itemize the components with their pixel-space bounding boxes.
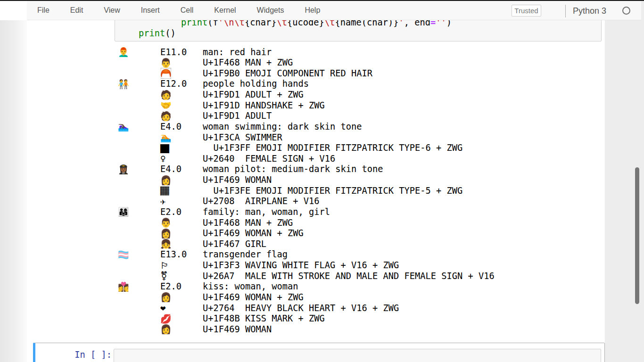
component-codepoint-label: U+2708 AIRPLANE + V16 [203, 196, 599, 207]
trusted-button[interactable]: Trusted [512, 5, 541, 16]
menu-item-kernel[interactable]: Kernel [204, 6, 246, 15]
emoji-component-row: 🦰U+1F9B0 EMOJI COMPONENT RED HAIR [118, 68, 599, 79]
menu-list: FileEditViewInsertCellKernelWidgetsHelp [27, 1, 641, 20]
menubar: FileEditViewInsertCellKernelWidgetsHelp … [27, 1, 641, 20]
menu-item-view[interactable]: View [93, 6, 130, 15]
component-codepoint-label: U+26A7 MALE WITH STROKE AND MALE AND FEM… [203, 271, 599, 282]
code-cell-input[interactable]: print(f'\n\t{char}\t{ucode}\t{name(char)… [115, 20, 602, 41]
emoji-name-label: kiss: woman, woman [203, 281, 599, 292]
component-codepoint-label: U+1F468 MAN + ZWG [203, 218, 599, 229]
component-emoji-icon: ❤ [160, 303, 165, 313]
emoji-sequence-row: 🏳️‍⚧️E13.0transgender flag [118, 249, 599, 260]
emoji-component-row: 🏿 U+1F3FF EMOJI MODIFIER FITZPATRICK TYP… [118, 143, 599, 154]
kernel-divider [565, 5, 566, 17]
component-codepoint-label: U+1F9B0 EMOJI COMPONENT RED HAIR [203, 68, 599, 79]
component-emoji-icon: 👩 [160, 324, 172, 334]
component-emoji-icon: 🏳 [160, 260, 169, 271]
vertical-scrollbar-thumb[interactable] [635, 167, 639, 304]
menu-item-widgets[interactable]: Widgets [247, 6, 295, 15]
menu-item-help[interactable]: Help [294, 6, 330, 15]
emoji-version-label: E12.0 [160, 79, 203, 90]
emoji-component-row: 💋U+1F48B KISS MARK + ZWG [118, 313, 599, 324]
emoji-version-label: E13.0 [160, 249, 203, 260]
component-codepoint-label: U+1F468 MAN + ZWG [203, 58, 599, 68]
empty-code-input[interactable] [114, 349, 601, 362]
emoji-component-row: 🏳U+1F3F3 WAVING WHITE FLAG + V16 + ZWG [118, 260, 599, 271]
component-codepoint-label: U+1F3CA SWIMMER [203, 132, 599, 143]
emoji-version-label: E11.0 [160, 47, 203, 58]
emoji-sequence-row: 🏊🏿‍♀️E4.0woman swimming: dark skin tone [118, 121, 599, 132]
component-emoji-icon: 🏊 [160, 132, 172, 142]
emoji-name-label: transgender flag [203, 249, 599, 260]
emoji-name-label: man: red hair [203, 47, 599, 58]
kernel-idle-icon [622, 7, 630, 15]
emoji-component-row: 👩U+1F469 WOMAN [118, 175, 599, 186]
emoji-sequence-row: 👨‍👩‍👧E2.0family: man, woman, girl [118, 206, 599, 217]
emoji-sequence-row: 👨‍🦰E11.0man: red hair [118, 47, 599, 58]
component-emoji-icon: ⚧ [160, 271, 168, 281]
emoji-component-row: 🧑U+1F9D1 ADULT + ZWG [118, 90, 599, 100]
component-emoji-icon: 🏾 [160, 185, 169, 196]
menu-item-cell[interactable]: Cell [170, 6, 204, 15]
emoji-component-row: 🤝U+1F91D HANDSHAKE + ZWG [118, 100, 599, 111]
component-codepoint-label: U+1F3FE EMOJI MODIFIER FITZPATRICK TYPE-… [203, 186, 599, 197]
emoji-component-row: 🏾 U+1F3FE EMOJI MODIFIER FITZPATRICK TYP… [118, 185, 599, 196]
component-emoji-icon: 🧑 [160, 111, 172, 121]
component-codepoint-label: U+1F91D HANDSHAKE + ZWG [203, 100, 599, 111]
emoji-component-row: 👩U+1F469 WOMAN + ZWG [118, 292, 599, 303]
code-cell-output: 👨‍🦰E11.0man: red hair👨U+1F468 MAN + ZWG🦰… [118, 47, 599, 335]
component-emoji-icon: 💋 [160, 313, 172, 324]
emoji-component-row: ❤U+2764 HEAVY BLACK HEART + V16 + ZWG [118, 303, 599, 313]
emoji-version-label: E2.0 [160, 207, 203, 218]
page-left-margin [0, 20, 27, 362]
menu-item-insert[interactable]: Insert [131, 6, 170, 15]
component-emoji-icon: ♀ [160, 153, 165, 164]
component-codepoint-label: U+1F3FF EMOJI MODIFIER FITZPATRICK TYPE-… [203, 143, 599, 154]
component-codepoint-label: U+1F9D1 ADULT [203, 111, 599, 122]
sequence-emoji-icon: 👨‍🦰 [118, 47, 129, 57]
emoji-component-row: 👨U+1F468 MAN + ZWG [118, 217, 599, 228]
emoji-component-row: ✈U+2708 AIRPLANE + V16 [118, 196, 599, 207]
component-emoji-icon: 🤝 [160, 100, 172, 110]
component-emoji-icon: 🏿 [160, 143, 169, 153]
component-emoji-icon: ✈ [160, 196, 165, 206]
menu-item-edit[interactable]: Edit [60, 6, 94, 15]
sequence-emoji-icon: 👩🏾‍✈️ [118, 164, 129, 174]
sequence-emoji-icon: 👨‍👩‍👧 [118, 206, 129, 217]
emoji-name-label: family: man, woman, girl [203, 207, 599, 218]
emoji-sequence-row: 👩🏾‍✈️E4.0woman pilot: medium-dark skin t… [118, 164, 599, 175]
component-codepoint-label: U+1F469 WOMAN + ZWG [203, 228, 599, 239]
component-codepoint-label: U+2640 FEMALE SIGN + V16 [203, 154, 599, 165]
notebook-container: print(f'\n\t{char}\t{ucode}\t{name(char)… [27, 20, 605, 362]
jupyter-notebook-window: FileEditViewInsertCellKernelWidgetsHelp … [0, 0, 644, 362]
sequence-emoji-icon: 🏊🏿‍♀️ [118, 121, 129, 132]
emoji-name-label: people holding hands [203, 79, 599, 90]
emoji-sequence-row: 🧑‍🤝‍🧑E12.0people holding hands [118, 79, 599, 90]
component-emoji-icon: 👧 [160, 239, 172, 249]
component-emoji-icon: 👩 [160, 228, 172, 239]
component-emoji-icon: 👩 [160, 175, 172, 185]
component-codepoint-label: U+1F467 GIRL [203, 239, 599, 250]
component-emoji-icon: 👩 [160, 292, 172, 302]
emoji-component-row: 🧑U+1F9D1 ADULT [118, 111, 599, 122]
emoji-component-row: ⚧U+26A7 MALE WITH STROKE AND MALE AND FE… [118, 271, 599, 281]
selected-empty-cell[interactable]: In [ ]: [33, 343, 605, 362]
input-prompt: In [ ]: [35, 350, 112, 360]
emoji-component-row: 👩U+1F469 WOMAN [118, 324, 599, 335]
emoji-component-row: 🏊U+1F3CA SWIMMER [118, 132, 599, 143]
emoji-sequence-row: 👩‍❤️‍💋‍👩E2.0kiss: woman, woman [118, 281, 599, 292]
emoji-component-row: ♀U+2640 FEMALE SIGN + V16 [118, 153, 599, 164]
emoji-version-label: E4.0 [160, 122, 203, 132]
emoji-version-label: E4.0 [160, 164, 203, 175]
menubar-right-spacer [641, 1, 644, 20]
component-codepoint-label: U+1F3F3 WAVING WHITE FLAG + V16 + ZWG [203, 260, 599, 271]
code-line: print(f'\n\t{char}\t{ucode}\t{name(char)… [117, 20, 452, 28]
menu-item-file[interactable]: File [27, 6, 60, 15]
component-codepoint-label: U+2764 HEAVY BLACK HEART + V16 + ZWG [203, 303, 599, 314]
component-emoji-icon: 🦰 [160, 68, 172, 78]
emoji-name-label: woman pilot: medium-dark skin tone [203, 164, 599, 175]
sequence-emoji-icon: 👩‍❤️‍💋‍👩 [118, 281, 129, 292]
emoji-component-row: 👨U+1F468 MAN + ZWG [118, 58, 599, 68]
component-codepoint-label: U+1F469 WOMAN [203, 175, 599, 186]
component-codepoint-label: U+1F48B KISS MARK + ZWG [203, 313, 599, 324]
